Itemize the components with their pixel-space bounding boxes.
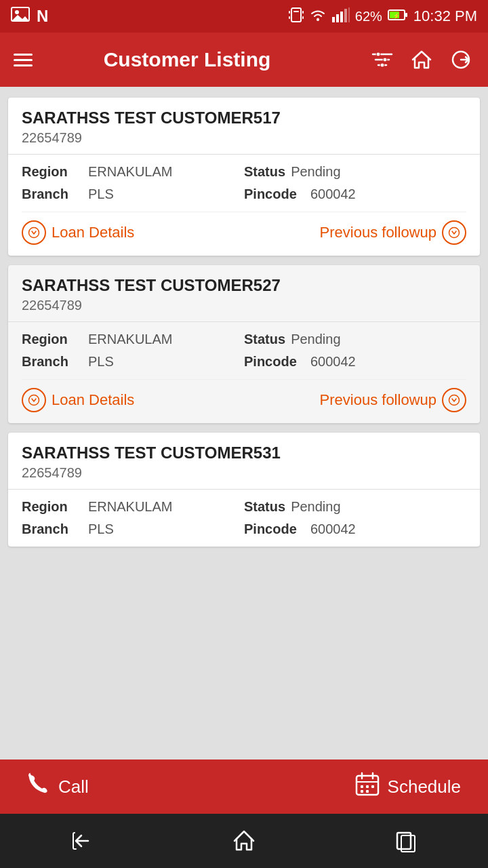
logout-button[interactable] bbox=[447, 46, 474, 73]
previous-followup-label-1: Previous followup bbox=[320, 391, 436, 409]
branch-value-1: PLS bbox=[88, 354, 114, 370]
svg-rect-37 bbox=[371, 785, 374, 788]
pincode-row-0: Pincode 600042 bbox=[244, 186, 466, 202]
pincode-value-2: 600042 bbox=[310, 521, 356, 537]
recents-button[interactable] bbox=[380, 821, 434, 861]
region-value-1: ERNAKULAM bbox=[88, 332, 172, 347]
branch-row-1: Branch PLS bbox=[22, 354, 244, 370]
loan-details-button-0[interactable]: Loan Details bbox=[22, 220, 134, 245]
info-grid-2: Region ERNAKULAM Status Pending Branch P… bbox=[22, 499, 466, 537]
svg-point-24 bbox=[380, 63, 384, 67]
schedule-icon bbox=[355, 772, 380, 802]
svg-marker-2 bbox=[12, 15, 29, 21]
customer-card-2: SARATHSS TEST CUSTOMER531 22654789 Regio… bbox=[8, 433, 480, 547]
app-bar: Customer Listing bbox=[0, 33, 488, 87]
region-label-1: Region bbox=[22, 332, 83, 347]
nav-home-button[interactable] bbox=[217, 821, 271, 861]
vibrate-icon bbox=[289, 7, 304, 26]
svg-rect-7 bbox=[289, 16, 290, 19]
svg-rect-17 bbox=[405, 13, 407, 17]
pincode-label-2: Pincode bbox=[244, 521, 305, 537]
status-bar-right: 62% ⚡ 10:32 PM bbox=[289, 7, 477, 26]
status-label-2: Status bbox=[244, 499, 285, 515]
status-bar-left: N bbox=[11, 7, 48, 26]
svg-point-29 bbox=[29, 395, 39, 406]
info-grid-0: Region ERNAKULAM Status Pending Branch P… bbox=[22, 164, 466, 202]
previous-followup-button-0[interactable]: Previous followup bbox=[320, 220, 466, 245]
svg-text:⚡: ⚡ bbox=[393, 12, 400, 19]
wifi-icon bbox=[309, 8, 327, 25]
customer-id-1: 22654789 bbox=[22, 298, 466, 313]
divider-0 bbox=[8, 154, 480, 155]
home-button[interactable] bbox=[408, 46, 435, 73]
customer-name-2: SARATHSS TEST CUSTOMER531 bbox=[22, 443, 466, 462]
branch-row-0: Branch PLS bbox=[22, 186, 244, 202]
schedule-label: Schedule bbox=[388, 776, 461, 797]
svg-rect-14 bbox=[348, 7, 350, 22]
branch-row-2: Branch PLS bbox=[22, 521, 244, 537]
card-actions-1: Loan Details Previous followup bbox=[22, 379, 466, 423]
branch-label-0: Branch bbox=[22, 186, 83, 202]
customer-card-1: SARATHSS TEST CUSTOMER527 22654789 Regio… bbox=[8, 265, 480, 423]
svg-point-23 bbox=[383, 58, 387, 62]
previous-followup-icon-0 bbox=[442, 220, 466, 245]
svg-rect-39 bbox=[366, 790, 369, 793]
svg-rect-36 bbox=[366, 785, 369, 788]
svg-point-9 bbox=[317, 18, 319, 21]
customer-id-2: 22654789 bbox=[22, 465, 466, 481]
pincode-value-0: 600042 bbox=[310, 186, 356, 202]
svg-point-1 bbox=[15, 10, 19, 14]
content-area: SARATHSS TEST CUSTOMER517 22654789 Regio… bbox=[0, 87, 488, 760]
navigation-bar bbox=[0, 814, 488, 868]
svg-point-30 bbox=[449, 395, 460, 406]
svg-rect-8 bbox=[302, 16, 304, 19]
schedule-button[interactable]: Schedule bbox=[355, 772, 461, 802]
svg-rect-5 bbox=[289, 11, 290, 14]
region-value-2: ERNAKULAM bbox=[88, 499, 172, 515]
customer-card-0: SARATHSS TEST CUSTOMER517 22654789 Regio… bbox=[8, 98, 480, 256]
previous-followup-label-0: Previous followup bbox=[320, 224, 436, 241]
pincode-value-1: 600042 bbox=[310, 354, 356, 370]
customer-name-1: SARATHSS TEST CUSTOMER527 bbox=[22, 276, 466, 295]
status-row-0: Status Pending bbox=[244, 164, 466, 180]
svg-rect-6 bbox=[302, 11, 304, 14]
loan-details-icon-0 bbox=[22, 220, 46, 245]
region-row-1: Region ERNAKULAM bbox=[22, 332, 244, 347]
page-title: Customer Listing bbox=[19, 48, 355, 71]
svg-rect-38 bbox=[361, 790, 363, 793]
divider-1 bbox=[8, 321, 480, 322]
loan-details-label-0: Loan Details bbox=[52, 224, 134, 241]
svg-rect-3 bbox=[291, 8, 301, 22]
filter-button[interactable] bbox=[369, 46, 396, 73]
status-row-2: Status Pending bbox=[244, 499, 466, 515]
svg-rect-12 bbox=[340, 12, 343, 22]
svg-point-28 bbox=[449, 228, 460, 238]
pincode-row-2: Pincode 600042 bbox=[244, 521, 466, 537]
loan-details-label-1: Loan Details bbox=[52, 391, 134, 409]
battery-percentage: 62% bbox=[355, 9, 382, 24]
region-value-0: ERNAKULAM bbox=[88, 164, 172, 180]
battery-icon: ⚡ bbox=[388, 9, 408, 24]
back-button[interactable] bbox=[54, 821, 108, 861]
branch-label-2: Branch bbox=[22, 521, 83, 537]
svg-rect-11 bbox=[336, 14, 339, 22]
divider-2 bbox=[8, 489, 480, 490]
svg-point-22 bbox=[376, 52, 380, 56]
branch-label-1: Branch bbox=[22, 354, 83, 370]
svg-rect-4 bbox=[293, 11, 299, 12]
svg-rect-10 bbox=[332, 17, 335, 22]
pincode-label-0: Pincode bbox=[244, 186, 305, 202]
card-actions-0: Loan Details Previous followup bbox=[22, 212, 466, 256]
previous-followup-button-1[interactable]: Previous followup bbox=[320, 388, 466, 412]
previous-followup-icon-1 bbox=[442, 388, 466, 412]
status-label-1: Status bbox=[244, 332, 285, 347]
branch-value-0: PLS bbox=[88, 186, 114, 202]
loan-details-icon-1 bbox=[22, 388, 46, 412]
bottom-action-bar: Call Schedule bbox=[0, 760, 488, 814]
loan-details-button-1[interactable]: Loan Details bbox=[22, 388, 134, 412]
call-button[interactable]: Call bbox=[27, 772, 89, 801]
svg-rect-35 bbox=[361, 785, 363, 788]
call-label: Call bbox=[58, 776, 89, 797]
pincode-row-1: Pincode 600042 bbox=[244, 354, 466, 370]
signal-icon bbox=[332, 7, 350, 26]
